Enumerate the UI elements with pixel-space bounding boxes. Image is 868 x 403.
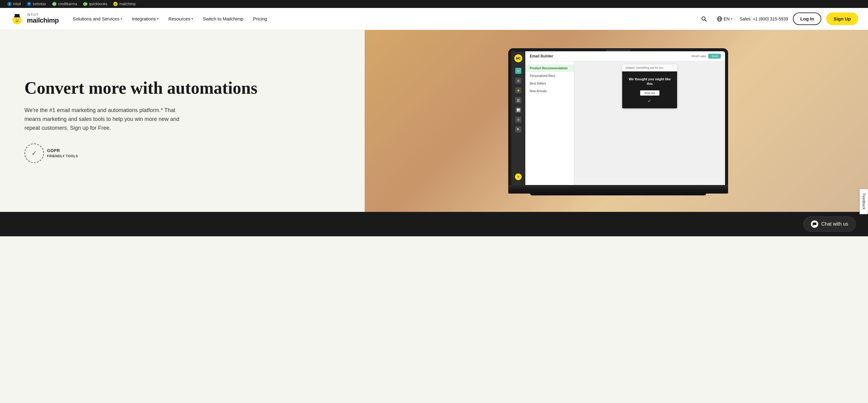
top-bar: i intuit T turbotax ck creditkarma QB qu…: [0, 0, 868, 8]
gdpr-main-label: GDPR: [47, 148, 78, 154]
footer-bar: Chat with us: [0, 212, 868, 236]
svg-point-7: [17, 20, 17, 20]
hero-title: Convert more with automations: [25, 79, 381, 98]
svg-point-4: [16, 19, 16, 19]
list-item-product-rec[interactable]: Product Recommendation: [525, 64, 574, 72]
nav-solutions[interactable]: Solutions and Services ▾: [68, 14, 126, 24]
laptop-screen-area: MC ✏ ⊞ ⚡ 🖼 📊 ⚙ 🔍 U: [508, 48, 728, 185]
eb-icon-link: ⚡: [515, 87, 521, 93]
laptop-mockup: MC ✏ ⊞ ⚡ 🖼 📊 ⚙ 🔍 U: [508, 48, 728, 193]
logo-intuit-text: INTUIT: [27, 13, 59, 17]
eb-preview: Subject: Something just for you We thoug…: [574, 61, 725, 185]
eb-header: Email Builder Finish Later Send: [525, 51, 725, 61]
topbar-creditkarma[interactable]: ck creditkarma: [52, 2, 77, 6]
email-preview-body: We thought you might like this Shop now …: [622, 71, 677, 108]
topbar-mailchimp-label: mailchimp: [119, 2, 135, 6]
nav-switch[interactable]: Switch to Mailchimp: [198, 14, 248, 24]
list-item-personalized[interactable]: Personalized Recs: [525, 72, 574, 80]
mailchimp-icon: @: [113, 2, 118, 6]
svg-point-5: [18, 19, 19, 19]
email-subject: Subject: Something just for you: [622, 64, 677, 71]
nav-links: Solutions and Services ▾ Integrations ▾ …: [68, 14, 699, 24]
laptop-base: [508, 185, 728, 193]
quickbooks-icon: QB: [83, 2, 87, 6]
lang-label: EN: [723, 17, 729, 21]
logo-mailchimp-text: mailchimp: [27, 17, 59, 24]
eb-avatar: MC: [514, 54, 522, 62]
svg-point-10: [20, 18, 22, 21]
list-item-new-arrivals[interactable]: New Arrivals: [525, 87, 574, 95]
chat-widget[interactable]: Chat with us: [803, 216, 856, 232]
list-item-best-sellers[interactable]: Best Sellers: [525, 80, 574, 87]
cursor-icon: ↙: [626, 98, 674, 103]
navbar: INTUIT mailchimp Solutions and Services …: [0, 8, 868, 30]
gdpr-circle: ✓: [25, 144, 44, 163]
nav-solutions-label: Solutions and Services: [73, 16, 119, 21]
hero-right: MC ✏ ⊞ ⚡ 🖼 📊 ⚙ 🔍 U: [393, 48, 843, 193]
gdpr-badge: ✓ GDPR FRIENDLY TOOLS: [25, 144, 381, 163]
lang-chevron-icon: ▾: [731, 17, 733, 21]
nav-switch-label: Switch to Mailchimp: [203, 16, 243, 21]
nav-integrations-label: Integrations: [132, 16, 156, 21]
language-selector[interactable]: EN ▾: [714, 14, 735, 24]
email-preview-card: Subject: Something just for you We thoug…: [622, 64, 677, 108]
topbar-intuit-label: intuit: [13, 2, 21, 6]
creditkarma-icon: ck: [52, 2, 57, 6]
nav-resources-label: Resources: [168, 16, 190, 21]
eb-list: Product Recommendation Personalized Recs…: [525, 61, 574, 185]
eb-icon-image: 🖼: [515, 97, 521, 103]
chat-icon: [811, 220, 818, 228]
send-button[interactable]: Send: [708, 54, 721, 59]
topbar-turbotax-label: turbotax: [33, 2, 46, 6]
search-button[interactable]: [699, 13, 710, 24]
gdpr-tools-label: TOOLS: [66, 154, 78, 158]
nav-right: EN ▾ Sales: +1 (800) 315-5939 Log In Sig…: [699, 12, 858, 25]
eb-icon-chart: 📊: [515, 107, 521, 113]
topbar-creditkarma-label: creditkarma: [58, 2, 77, 6]
hero-subtitle: We're the #1 email marketing and automat…: [25, 106, 183, 132]
eb-title: Email Builder: [530, 54, 553, 58]
svg-point-6: [16, 20, 18, 21]
integrations-chevron-icon: ▾: [157, 17, 158, 21]
topbar-quickbooks[interactable]: QB quickbooks: [83, 2, 107, 6]
eb-main: Email Builder Finish Later Send Product …: [525, 51, 725, 185]
mailchimp-logo-icon: [10, 11, 25, 26]
solutions-chevron-icon: ▾: [121, 17, 122, 21]
topbar-intuit[interactable]: i intuit: [7, 2, 21, 6]
topbar-mailchimp[interactable]: @ mailchimp: [113, 2, 135, 6]
laptop-screen: MC ✏ ⊞ ⚡ 🖼 📊 ⚙ 🔍 U: [511, 51, 725, 185]
login-button[interactable]: Log In: [793, 12, 821, 25]
nav-pricing[interactable]: Pricing: [249, 14, 272, 24]
topbar-quickbooks-label: quickbooks: [89, 2, 107, 6]
topbar-turbotax[interactable]: T turbotax: [27, 2, 46, 6]
shop-now-button[interactable]: Shop now: [640, 90, 660, 96]
svg-line-14: [705, 20, 707, 21]
eb-icon-settings: ⚙: [515, 117, 521, 123]
hero-left: Convert more with automations We're the …: [25, 79, 393, 163]
finish-later-button[interactable]: Finish Later: [691, 55, 706, 58]
globe-icon: [717, 16, 722, 22]
signup-button[interactable]: Sign Up: [826, 12, 858, 25]
search-icon: [701, 16, 707, 22]
feedback-tab[interactable]: Feedback: [860, 189, 868, 214]
hero-section: Convert more with automations We're the …: [0, 30, 868, 212]
svg-point-8: [17, 20, 18, 20]
eb-content: Product Recommendation Personalized Recs…: [525, 61, 725, 185]
svg-point-9: [12, 18, 14, 21]
eb-user-avatar: U: [515, 174, 522, 180]
gdpr-check-icon: ✓: [31, 149, 37, 157]
nav-pricing-label: Pricing: [253, 16, 267, 21]
eb-icon-edit: ✏: [515, 68, 521, 74]
eb-icon-search: 🔍: [515, 126, 521, 132]
gdpr-friendly-label: FRIENDLY: [47, 154, 65, 158]
nav-resources[interactable]: Resources ▾: [164, 14, 197, 24]
eb-icon-grid: ⊞: [515, 78, 521, 84]
resources-chevron-icon: ▾: [191, 17, 193, 21]
eb-sidebar: MC ✏ ⊞ ⚡ 🖼 📊 ⚙ 🔍 U: [511, 51, 525, 185]
logo[interactable]: INTUIT mailchimp: [10, 11, 59, 26]
turbotax-icon: T: [27, 2, 31, 6]
email-builder: MC ✏ ⊞ ⚡ 🖼 📊 ⚙ 🔍 U: [511, 51, 725, 185]
nav-integrations[interactable]: Integrations ▾: [128, 14, 163, 24]
sales-phone: Sales: +1 (800) 315-5939: [740, 17, 788, 21]
svg-rect-12: [14, 17, 20, 18]
